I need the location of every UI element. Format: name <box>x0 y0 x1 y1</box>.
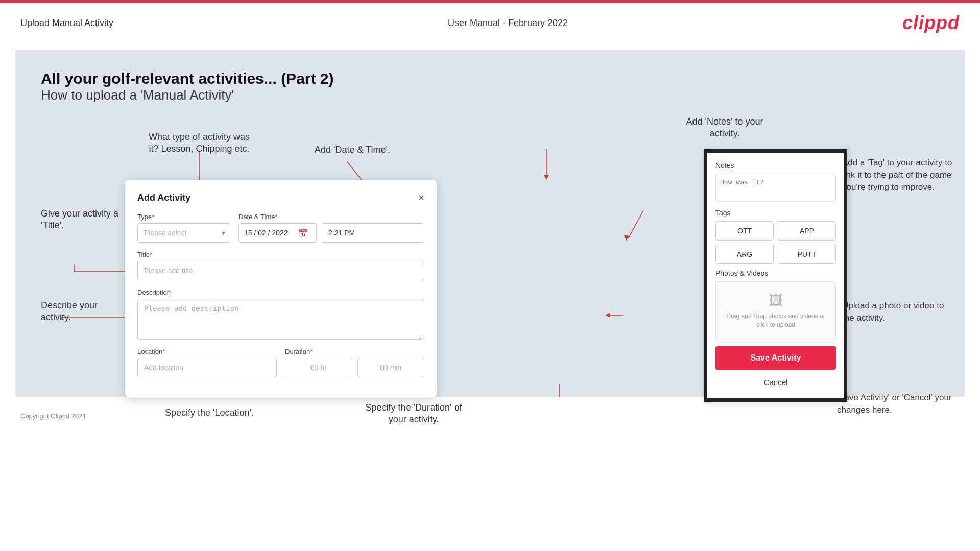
copyright: Copyright Clippd 2021 <box>20 412 86 420</box>
tags-grid: OTT APP ARG PUTT <box>715 221 836 264</box>
tag-app-button[interactable]: APP <box>778 221 836 241</box>
duration-min-input[interactable] <box>357 358 425 377</box>
duration-inputs <box>285 358 424 377</box>
svg-marker-23 <box>624 235 629 241</box>
tags-label: Tags <box>715 209 836 217</box>
duration-group: Duration* <box>285 348 424 377</box>
tag-arg-button[interactable]: ARG <box>715 245 774 264</box>
photo-drop-area[interactable]: 🖼 Drag and Drop photos and videos or cli… <box>715 281 836 340</box>
datetime-label: Date & Time* <box>238 213 424 221</box>
annotation-location: Specify the 'Location'. <box>158 407 260 419</box>
title-field-label: Title* <box>137 251 424 258</box>
notes-label: Notes <box>715 161 836 170</box>
type-select-wrapper: Please select ▾ <box>137 223 230 243</box>
time-input[interactable] <box>322 223 424 243</box>
date-input[interactable] <box>244 229 295 237</box>
svg-marker-25 <box>605 313 610 318</box>
section-heading: All your golf-relevant activities... (Pa… <box>41 70 939 103</box>
annotation-save: 'Save Activity' or 'Cancel' your changes… <box>837 392 954 416</box>
add-activity-dialog: Add Activity × Type* Please select ▾ Dat… <box>125 180 437 398</box>
cancel-link[interactable]: Cancel <box>715 375 836 390</box>
annotation-photo: Upload a photo or video to the activity. <box>842 300 954 324</box>
save-activity-button[interactable]: Save Activity <box>715 346 836 370</box>
calendar-icon: 📅 <box>298 228 308 238</box>
datetime-group: Date & Time* 📅 <box>238 213 424 243</box>
date-input-wrapper: 📅 <box>238 223 317 243</box>
svg-line-22 <box>628 210 643 238</box>
location-group: Location* <box>137 348 277 377</box>
panel-bottom-bar <box>707 398 844 402</box>
dialog-header: Add Activity × <box>137 192 424 204</box>
main-heading: All your golf-relevant activities... (Pa… <box>41 70 939 87</box>
tag-putt-button[interactable]: PUTT <box>778 245 836 264</box>
title-input[interactable] <box>137 261 424 280</box>
svg-marker-21 <box>544 175 549 180</box>
date-time-row: 📅 <box>238 223 424 243</box>
form-row-type-datetime: Type* Please select ▾ Date & Time* 📅 <box>137 213 424 243</box>
footer: Copyright Clippd 2021 <box>0 407 980 425</box>
annotation-tag: Add a 'Tag' to your activity to link it … <box>842 157 954 193</box>
notes-panel-inner: Notes Tags OTT APP ARG PUTT Photos & Vid… <box>707 153 844 398</box>
annotation-notes: Add 'Notes' to your activity. <box>684 116 766 140</box>
location-label: Location* <box>137 348 277 355</box>
notes-textarea[interactable] <box>715 174 836 202</box>
annotation-title: Give your activity a 'Title'. <box>41 208 123 232</box>
type-group: Type* Please select ▾ <box>137 213 230 243</box>
description-textarea[interactable] <box>137 299 424 340</box>
panel-top-bar <box>707 149 844 153</box>
form-row-location-duration: Location* Duration* <box>137 348 424 377</box>
annotation-duration: Specify the 'Duration' of your activity. <box>357 402 470 426</box>
header-subtitle: User Manual - February 2022 <box>448 18 568 29</box>
notes-panel: Notes Tags OTT APP ARG PUTT Photos & Vid… <box>704 149 847 402</box>
main-subheading: How to upload a 'Manual Activity' <box>41 87 939 103</box>
dialog-title: Add Activity <box>137 193 190 203</box>
duration-hr-input[interactable] <box>285 358 352 377</box>
annotation-description: Describe your activity. <box>41 300 123 324</box>
duration-label: Duration* <box>285 348 424 355</box>
type-label: Type* <box>137 213 230 221</box>
main-content: All your golf-relevant activities... (Pa… <box>15 50 965 397</box>
type-select[interactable]: Please select <box>137 223 230 243</box>
description-label: Description <box>137 289 424 296</box>
page-title: Upload Manual Activity <box>20 18 113 29</box>
annotation-type: What type of activity was it? Lesson, Ch… <box>148 131 250 155</box>
photos-label: Photos & Videos <box>715 269 836 277</box>
description-group: Description <box>137 289 424 340</box>
annotation-datetime: Add 'Date & Time'. <box>301 144 403 156</box>
photo-drop-text: Drag and Drop photos and videos or click… <box>721 312 830 329</box>
title-group: Title* <box>137 251 424 280</box>
location-input[interactable] <box>137 358 277 377</box>
logo: clippd <box>902 12 960 34</box>
tag-ott-button[interactable]: OTT <box>715 221 774 241</box>
header: Upload Manual Activity User Manual - Feb… <box>0 3 980 39</box>
photo-icon: 🖼 <box>721 292 830 309</box>
header-divider <box>20 39 960 39</box>
dialog-close-button[interactable]: × <box>418 192 424 204</box>
